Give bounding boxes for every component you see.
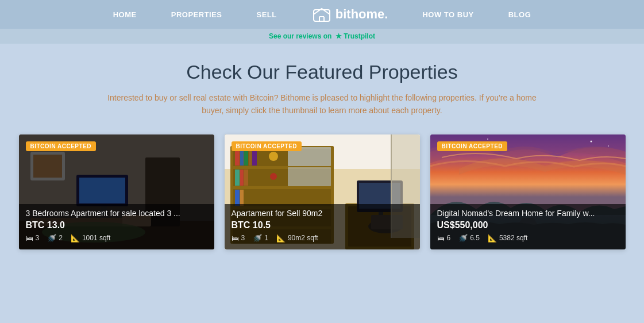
size-1: 📐 1001 sqft xyxy=(71,234,110,243)
bed-icon-3: 🛏 xyxy=(437,234,445,243)
svg-rect-28 xyxy=(249,149,252,166)
size-2: 📐 90m2 sqft xyxy=(276,234,318,243)
bitcoin-badge-3: BITCOIN ACCEPTED xyxy=(437,141,508,151)
svg-rect-0 xyxy=(314,10,330,21)
card-title-2: Apartament for Sell 90m2 xyxy=(232,209,413,218)
svg-rect-29 xyxy=(252,149,257,166)
nav-link-properties[interactable]: PROPERTIES xyxy=(171,10,222,19)
card-title-3: Digital Nomad's Dream Home for Family w.… xyxy=(437,209,619,218)
bath-icon-3: 🚿 xyxy=(458,234,468,243)
property-cards-container: BITCOIN ACCEPTED 3 Bedrooms Apartment fo… xyxy=(11,134,633,249)
svg-rect-31 xyxy=(240,170,244,186)
nav-link-sell[interactable]: SELL xyxy=(257,10,277,19)
card-price-1: BTC 13.0 xyxy=(26,220,207,230)
svg-point-51 xyxy=(608,145,609,147)
size-3: 📐 5382 sqft xyxy=(488,234,527,243)
bed-icon-1: 🛏 xyxy=(26,234,33,243)
card-details-2: 🛏 3 🚿 1 📐 90m2 sqft xyxy=(232,234,413,243)
baths-2: 🚿 1 xyxy=(253,234,268,243)
card-info-2: Apartament for Sell 90m2 BTC 10.5 🛏 3 🚿 … xyxy=(225,204,420,249)
svg-point-49 xyxy=(487,139,488,140)
bed-icon-2: 🛏 xyxy=(232,234,239,243)
svg-point-36 xyxy=(270,173,277,180)
nav-link-home[interactable]: HOME xyxy=(113,10,137,19)
card-price-3: US$550,000 xyxy=(437,220,619,230)
property-card-1[interactable]: BITCOIN ACCEPTED 3 Bedrooms Apartment fo… xyxy=(19,134,214,249)
trustpilot-text: See our reviews on ★ Trustpilot xyxy=(269,32,375,40)
svg-rect-24 xyxy=(288,167,331,186)
svg-rect-11 xyxy=(33,155,62,178)
beds-3: 🛏 6 xyxy=(437,234,451,243)
area-icon-3: 📐 xyxy=(488,234,497,243)
area-icon-1: 📐 xyxy=(71,234,80,243)
main-nav: HOME PROPERTIES SELL bithome. HOW TO BUY… xyxy=(0,0,644,29)
property-card-3[interactable]: BITCOIN ACCEPTED Digital Nomad's Dream H… xyxy=(430,134,626,249)
main-content: Check Our Featured Properties Interested… xyxy=(0,44,644,261)
property-card-2[interactable]: BITCOIN ACCEPTED Apartament for Sell 90m… xyxy=(225,134,420,249)
card-title-1: 3 Bedrooms Apartment for sale located 3 … xyxy=(26,209,207,218)
baths-1: 🚿 2 xyxy=(47,234,63,243)
card-details-1: 🛏 3 🚿 2 📐 1001 sqft xyxy=(26,234,207,243)
card-info-3: Digital Nomad's Dream Home for Family w.… xyxy=(430,204,626,249)
svg-rect-8 xyxy=(79,178,125,203)
svg-rect-26 xyxy=(240,149,244,166)
bitcoin-badge-1: BITCOIN ACCEPTED xyxy=(26,141,97,151)
card-image-3: BITCOIN ACCEPTED Digital Nomad's Dream H… xyxy=(430,134,626,249)
card-details-3: 🛏 6 🚿 6.5 📐 5382 sqft xyxy=(437,234,619,243)
card-image-2: BITCOIN ACCEPTED Apartament for Sell 90m… xyxy=(225,134,420,249)
card-price-2: BTC 10.5 xyxy=(232,220,413,230)
beds-1: 🛏 3 xyxy=(26,234,40,243)
svg-point-50 xyxy=(590,140,592,142)
section-title: Check Our Featured Properties xyxy=(11,61,633,83)
nav-link-how-to-buy[interactable]: HOW TO BUY xyxy=(422,10,473,19)
svg-rect-27 xyxy=(244,149,248,166)
card-info-1: 3 Bedrooms Apartment for sale located 3 … xyxy=(19,204,214,249)
baths-3: 🚿 6.5 xyxy=(458,234,480,243)
area-icon-2: 📐 xyxy=(276,234,286,243)
svg-rect-30 xyxy=(235,170,240,186)
logo-text: bithome. xyxy=(336,7,388,22)
nav-link-blog[interactable]: BLOG xyxy=(508,10,531,19)
trustpilot-bar[interactable]: See our reviews on ★ Trustpilot xyxy=(0,29,644,44)
bath-icon-2: 🚿 xyxy=(253,234,262,243)
svg-rect-34 xyxy=(240,190,244,206)
site-logo[interactable]: bithome. xyxy=(311,4,388,25)
beds-2: 🛏 3 xyxy=(232,234,245,243)
svg-rect-32 xyxy=(244,170,248,186)
bitcoin-badge-2: BITCOIN ACCEPTED xyxy=(232,141,302,151)
svg-rect-33 xyxy=(235,190,240,206)
card-image-1: BITCOIN ACCEPTED 3 Bedrooms Apartment fo… xyxy=(19,134,214,249)
section-subtitle: Interested to buy or sell real estate wi… xyxy=(98,91,546,117)
svg-point-35 xyxy=(269,152,278,161)
bath-icon-1: 🚿 xyxy=(47,234,56,243)
svg-rect-25 xyxy=(235,149,240,166)
